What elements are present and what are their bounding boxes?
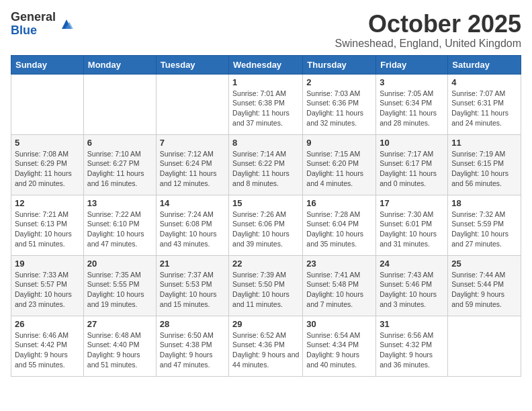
day-info: Sunrise: 7:10 AM Sunset: 6:27 PM Dayligh…	[87, 149, 152, 189]
day-info: Sunrise: 7:07 AM Sunset: 6:31 PM Dayligh…	[451, 89, 517, 128]
day-number: 10	[380, 138, 444, 148]
day-number: 22	[232, 259, 299, 269]
day-number: 1	[232, 77, 299, 87]
month-title: October 2025	[335, 11, 521, 38]
calendar-day-3: 3Sunrise: 7:05 AM Sunset: 6:34 PM Daylig…	[376, 74, 448, 134]
day-info: Sunrise: 7:19 AM Sunset: 6:15 PM Dayligh…	[451, 149, 517, 189]
page-header: General Blue October 2025 Swineshead, En…	[11, 11, 521, 50]
calendar-week-row: 26Sunrise: 6:46 AM Sunset: 4:42 PM Dayli…	[11, 316, 521, 376]
day-number: 7	[160, 138, 225, 148]
weekday-header-monday: Monday	[83, 55, 156, 74]
empty-day-cell	[156, 74, 228, 134]
day-number: 17	[380, 198, 444, 208]
day-number: 4	[451, 77, 517, 87]
calendar-week-row: 1Sunrise: 7:01 AM Sunset: 6:38 PM Daylig…	[11, 74, 521, 134]
calendar-day-1: 1Sunrise: 7:01 AM Sunset: 6:38 PM Daylig…	[229, 74, 303, 134]
day-number: 14	[160, 198, 225, 208]
day-info: Sunrise: 7:22 AM Sunset: 6:10 PM Dayligh…	[87, 210, 152, 249]
day-info: Sunrise: 7:03 AM Sunset: 6:36 PM Dayligh…	[306, 89, 372, 128]
day-number: 5	[15, 138, 80, 148]
day-info: Sunrise: 6:50 AM Sunset: 4:38 PM Dayligh…	[160, 330, 225, 370]
day-number: 8	[232, 138, 299, 148]
day-number: 30	[306, 319, 372, 329]
day-number: 3	[380, 77, 444, 87]
day-info: Sunrise: 7:43 AM Sunset: 5:46 PM Dayligh…	[380, 270, 444, 310]
calendar-day-4: 4Sunrise: 7:07 AM Sunset: 6:31 PM Daylig…	[448, 74, 521, 134]
day-info: Sunrise: 6:52 AM Sunset: 4:36 PM Dayligh…	[232, 330, 299, 370]
calendar-day-7: 7Sunrise: 7:12 AM Sunset: 6:24 PM Daylig…	[156, 134, 228, 195]
calendar-day-31: 31Sunrise: 6:56 AM Sunset: 4:32 PM Dayli…	[376, 316, 448, 376]
calendar-day-13: 13Sunrise: 7:22 AM Sunset: 6:10 PM Dayli…	[83, 195, 156, 255]
day-info: Sunrise: 7:35 AM Sunset: 5:55 PM Dayligh…	[87, 270, 152, 310]
logo-general: General	[11, 11, 56, 24]
day-info: Sunrise: 7:44 AM Sunset: 5:44 PM Dayligh…	[451, 270, 517, 310]
day-number: 21	[160, 259, 225, 269]
day-info: Sunrise: 7:12 AM Sunset: 6:24 PM Dayligh…	[160, 149, 225, 189]
calendar-day-24: 24Sunrise: 7:43 AM Sunset: 5:46 PM Dayli…	[376, 255, 448, 316]
calendar-day-25: 25Sunrise: 7:44 AM Sunset: 5:44 PM Dayli…	[448, 255, 521, 316]
day-info: Sunrise: 7:24 AM Sunset: 6:08 PM Dayligh…	[160, 210, 225, 249]
day-number: 26	[15, 319, 80, 329]
calendar-day-26: 26Sunrise: 6:46 AM Sunset: 4:42 PM Dayli…	[11, 316, 84, 376]
weekday-header-wednesday: Wednesday	[229, 55, 303, 74]
day-info: Sunrise: 7:05 AM Sunset: 6:34 PM Dayligh…	[380, 89, 444, 128]
day-number: 31	[380, 319, 444, 329]
weekday-header-thursday: Thursday	[303, 55, 376, 74]
day-number: 6	[87, 138, 152, 148]
calendar-day-20: 20Sunrise: 7:35 AM Sunset: 5:55 PM Dayli…	[83, 255, 156, 316]
calendar-day-11: 11Sunrise: 7:19 AM Sunset: 6:15 PM Dayli…	[448, 134, 521, 195]
day-info: Sunrise: 7:33 AM Sunset: 5:57 PM Dayligh…	[15, 270, 80, 310]
weekday-header-sunday: Sunday	[11, 55, 84, 74]
day-number: 16	[306, 198, 372, 208]
weekday-header-friday: Friday	[376, 55, 448, 74]
day-number: 13	[87, 198, 152, 208]
logo: General Blue	[11, 11, 76, 38]
day-number: 12	[15, 198, 80, 208]
calendar-week-row: 5Sunrise: 7:08 AM Sunset: 6:29 PM Daylig…	[11, 134, 521, 195]
calendar-day-30: 30Sunrise: 6:54 AM Sunset: 4:34 PM Dayli…	[303, 316, 376, 376]
day-info: Sunrise: 7:26 AM Sunset: 6:06 PM Dayligh…	[232, 210, 299, 249]
day-number: 29	[232, 319, 299, 329]
day-info: Sunrise: 7:15 AM Sunset: 6:20 PM Dayligh…	[306, 149, 372, 189]
day-info: Sunrise: 7:30 AM Sunset: 6:01 PM Dayligh…	[380, 210, 444, 249]
day-number: 27	[87, 319, 152, 329]
calendar-day-22: 22Sunrise: 7:39 AM Sunset: 5:50 PM Dayli…	[229, 255, 303, 316]
day-number: 23	[306, 259, 372, 269]
day-number: 2	[306, 77, 372, 87]
day-info: Sunrise: 6:46 AM Sunset: 4:42 PM Dayligh…	[15, 330, 80, 370]
calendar-day-15: 15Sunrise: 7:26 AM Sunset: 6:06 PM Dayli…	[229, 195, 303, 255]
location: Swineshead, England, United Kingdom	[335, 38, 521, 50]
logo-icon	[57, 15, 76, 34]
day-info: Sunrise: 7:39 AM Sunset: 5:50 PM Dayligh…	[232, 270, 299, 310]
calendar-day-10: 10Sunrise: 7:17 AM Sunset: 6:17 PM Dayli…	[376, 134, 448, 195]
day-number: 28	[160, 319, 225, 329]
day-info: Sunrise: 7:21 AM Sunset: 6:13 PM Dayligh…	[15, 210, 80, 249]
calendar-day-28: 28Sunrise: 6:50 AM Sunset: 4:38 PM Dayli…	[156, 316, 228, 376]
day-info: Sunrise: 6:54 AM Sunset: 4:34 PM Dayligh…	[306, 330, 372, 370]
calendar-day-14: 14Sunrise: 7:24 AM Sunset: 6:08 PM Dayli…	[156, 195, 228, 255]
empty-day-cell	[448, 316, 521, 376]
empty-day-cell	[83, 74, 156, 134]
logo-blue: Blue	[11, 24, 56, 38]
day-info: Sunrise: 7:01 AM Sunset: 6:38 PM Dayligh…	[232, 89, 299, 128]
calendar-week-row: 12Sunrise: 7:21 AM Sunset: 6:13 PM Dayli…	[11, 195, 521, 255]
day-info: Sunrise: 7:08 AM Sunset: 6:29 PM Dayligh…	[15, 149, 80, 189]
calendar-day-8: 8Sunrise: 7:14 AM Sunset: 6:22 PM Daylig…	[229, 134, 303, 195]
calendar-day-6: 6Sunrise: 7:10 AM Sunset: 6:27 PM Daylig…	[83, 134, 156, 195]
day-info: Sunrise: 6:56 AM Sunset: 4:32 PM Dayligh…	[380, 330, 444, 370]
day-info: Sunrise: 6:48 AM Sunset: 4:40 PM Dayligh…	[87, 330, 152, 370]
day-number: 18	[451, 198, 517, 208]
day-info: Sunrise: 7:37 AM Sunset: 5:53 PM Dayligh…	[160, 270, 225, 310]
calendar-day-9: 9Sunrise: 7:15 AM Sunset: 6:20 PM Daylig…	[303, 134, 376, 195]
calendar-day-21: 21Sunrise: 7:37 AM Sunset: 5:53 PM Dayli…	[156, 255, 228, 316]
weekday-header-row: SundayMondayTuesdayWednesdayThursdayFrid…	[11, 55, 521, 74]
day-info: Sunrise: 7:32 AM Sunset: 5:59 PM Dayligh…	[451, 210, 517, 249]
day-number: 20	[87, 259, 152, 269]
calendar-week-row: 19Sunrise: 7:33 AM Sunset: 5:57 PM Dayli…	[11, 255, 521, 316]
calendar-day-18: 18Sunrise: 7:32 AM Sunset: 5:59 PM Dayli…	[448, 195, 521, 255]
calendar-day-19: 19Sunrise: 7:33 AM Sunset: 5:57 PM Dayli…	[11, 255, 84, 316]
weekday-header-tuesday: Tuesday	[156, 55, 228, 74]
title-section: October 2025 Swineshead, England, United…	[335, 11, 521, 50]
day-number: 19	[15, 259, 80, 269]
weekday-header-saturday: Saturday	[448, 55, 521, 74]
